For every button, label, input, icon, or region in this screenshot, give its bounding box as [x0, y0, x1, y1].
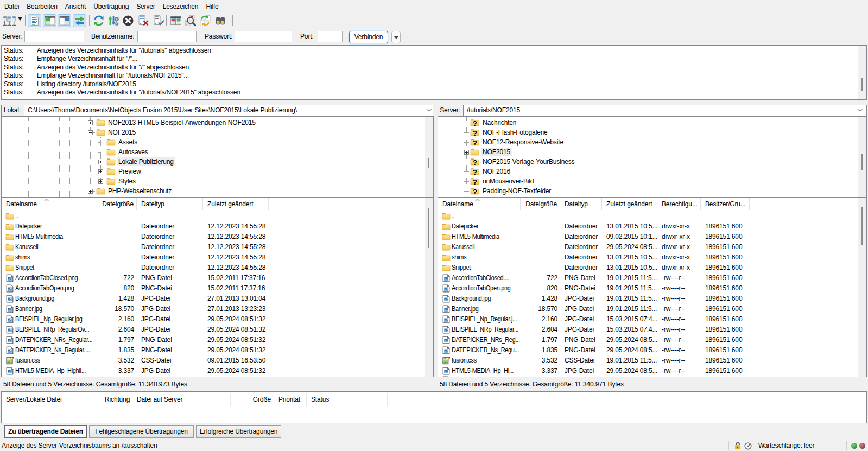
password-input[interactable]	[235, 31, 292, 42]
tree-item[interactable]: Autosaves	[2, 147, 433, 157]
tree-item[interactable]: PHP-Webseitenschutz	[2, 186, 433, 196]
tree-item[interactable]: onMouseover-Bild	[438, 176, 866, 186]
remote-directory-tree[interactable]: NachrichtenNOF-Flash-FotogalerieNOF12-Re…	[438, 116, 867, 198]
file-row[interactable]: ..	[2, 211, 433, 221]
log-scrollbar-thumb[interactable]	[861, 78, 863, 91]
tree-scrollbar[interactable]	[858, 117, 866, 197]
reconnect-button[interactable]	[151, 14, 164, 27]
menu-hilfe[interactable]: Hilfe	[202, 0, 222, 13]
tree-item[interactable]: NOF12-Responsive-Website	[438, 137, 866, 147]
process-queue-button[interactable]	[107, 14, 120, 27]
file-row[interactable]: KarussellDateiordner29.05.2024 08:5...dr…	[438, 242, 866, 252]
queue-column-local-file[interactable]: Server/Lokale Datei	[2, 393, 100, 406]
expand-plus-icon[interactable]	[464, 150, 469, 155]
tree-item-label[interactable]: Nachrichten	[481, 118, 518, 127]
file-row[interactable]: BEISPIEL_NRp_RegularOv...2.604JPG-Datei2…	[2, 325, 433, 335]
collapse-minus-icon[interactable]	[88, 130, 93, 135]
list-scrollbar-thumb[interactable]	[861, 207, 863, 245]
file-row[interactable]: DATEPICKER_NRs_Regular...1.797PNG-Datei2…	[2, 335, 433, 345]
file-row[interactable]: fusion.css3.532CSS-Datei19.01.2015 11:5.…	[438, 355, 866, 366]
port-input[interactable]	[318, 31, 343, 42]
tree-item[interactable]: NOF2013-HTML5-Beispiel-Anwendungen-NOF20…	[2, 118, 433, 128]
synchronized-browsing-button[interactable]	[199, 14, 212, 27]
file-row[interactable]: HTML5-MEDIA_Hp_Hi...3.337JPG-Datei29.05.…	[438, 366, 866, 376]
tree-item-label[interactable]: Assets	[117, 138, 139, 147]
menu-server[interactable]: Server	[132, 0, 159, 13]
file-row[interactable]: KarussellDateiordner12.12.2023 14:55:28	[2, 242, 433, 252]
queue-column-remote-file[interactable]: Datei auf Server	[132, 393, 231, 406]
tree-item[interactable]: NOF2015	[2, 128, 433, 137]
file-row[interactable]: AccordionTabClosed....722PNG-Datei19.01.…	[438, 273, 866, 283]
file-row[interactable]: Banner.jpg18.570JPG-Datei27.01.2013 13:2…	[2, 304, 433, 314]
list-scrollbar[interactable]	[425, 198, 433, 377]
expand-plus-icon[interactable]	[98, 160, 103, 164]
expand-plus-icon[interactable]	[88, 189, 93, 194]
tree-item-label[interactable]: Autosaves	[117, 148, 150, 156]
list-scrollbar[interactable]	[858, 198, 866, 377]
tree-scrollbar[interactable]	[425, 117, 433, 197]
column-header-type[interactable]: Dateityp	[137, 198, 203, 210]
tree-item[interactable]: Nachrichten	[438, 118, 866, 128]
file-row[interactable]: DATEPICKER_Ns_Regular....1.835PNG-Datei2…	[2, 345, 433, 355]
file-row[interactable]: Banner.jpg18.570JPG-Datei19.01.2015 11:5…	[438, 304, 866, 314]
queue-column-size[interactable]: Größe	[231, 393, 274, 406]
column-header-size[interactable]: Dateigröße	[521, 198, 560, 210]
column-header-owner[interactable]: Besitzer/Gru...	[701, 198, 750, 210]
file-row[interactable]: BEISPIEL_NRp_Regular...2.604JPG-Datei15.…	[438, 325, 866, 335]
tree-item-label[interactable]: NOF12-Responsive-Website	[481, 138, 565, 147]
queue-tab-3[interactable]: Erfolgreiche Übertragungen	[196, 425, 281, 438]
remote-file-list[interactable]: DateinameDateigrößeDateitypZuletzt geänd…	[438, 198, 867, 377]
file-row[interactable]: shimsDateiordner13.01.2015 10:5...drwxr-…	[438, 252, 866, 263]
column-header-date[interactable]: Zuletzt geändert	[602, 198, 657, 210]
directory-comparison-button[interactable]	[169, 14, 182, 27]
transfer-queue-toggle-button[interactable]	[73, 14, 86, 27]
file-row[interactable]: Background.jpg1.428JPG-Datei27.01.2013 1…	[2, 294, 433, 304]
local-directory-tree[interactable]: NOF2013-HTML5-Beispiel-Anwendungen-NOF20…	[1, 116, 434, 198]
tree-item[interactable]: NOF2015-Vorlage-YourBusiness	[438, 157, 866, 167]
file-row[interactable]: DATEPICKER_Ns_Regu...1.835PNG-Datei29.05…	[438, 345, 866, 355]
directory-filter-button[interactable]	[184, 14, 197, 27]
column-header-date[interactable]: Zuletzt geändert	[203, 198, 269, 210]
file-row[interactable]: BEISPIEL_Np_Regular.jpg2.160JPG-Datei29.…	[2, 314, 433, 325]
menu-datei[interactable]: Datei	[1, 0, 23, 13]
file-row[interactable]: DATEPICKER_NRs_Reg...1.797PNG-Datei29.05…	[438, 335, 866, 345]
find-files-button[interactable]	[214, 14, 227, 27]
tree-scrollbar-thumb[interactable]	[861, 154, 863, 170]
file-row[interactable]: shimsDateiordner12.12.2023 14:55:28	[2, 252, 433, 263]
file-row[interactable]: SnippetDateiordner12.12.2023 14:55:28	[2, 263, 433, 273]
column-header-name[interactable]: Dateiname	[438, 198, 521, 210]
tree-scrollbar-thumb[interactable]	[428, 158, 429, 168]
transfer-queue[interactable]: Server/Lokale DateiRichtungDatei auf Ser…	[1, 391, 867, 423]
expand-plus-icon[interactable]	[98, 169, 103, 174]
column-header-name[interactable]: Dateiname	[2, 198, 94, 210]
expand-plus-icon[interactable]	[88, 120, 93, 125]
queue-column-direction[interactable]: Richtung	[100, 393, 132, 406]
tree-item-label[interactable]: onMouseover-Bild	[481, 177, 535, 186]
tree-item-label[interactable]: NOF2013-HTML5-Beispiel-Anwendungen-NOF20…	[106, 118, 257, 127]
menu-lesezeichen[interactable]: Lesezeichen	[159, 0, 202, 13]
file-row[interactable]: HTML5-MEDIA_Hp_Highli...3.337JPG-Datei29…	[2, 366, 433, 376]
tree-item[interactable]: Assets	[2, 137, 433, 147]
tree-item-label[interactable]: Preview	[117, 167, 143, 176]
file-row[interactable]: AccordionTabOpen.png820PNG-Datei15.02.20…	[2, 283, 433, 294]
file-row[interactable]: AccordionTabOpen.png820PNG-Datei19.01.20…	[438, 283, 866, 294]
remote-tree-toggle-button[interactable]	[58, 14, 71, 27]
tree-item[interactable]: Lokale Publizierung	[2, 157, 433, 167]
lock-icon[interactable]	[734, 442, 742, 450]
file-row[interactable]: HTML5-MultimediaDateiordner12.12.2023 14…	[2, 232, 433, 242]
file-row[interactable]: ..	[438, 211, 866, 221]
tree-item[interactable]: NOF-Flash-Fotogalerie	[438, 128, 866, 137]
queue-tab-1[interactable]: Zu übertragende Dateien	[4, 425, 87, 438]
expand-plus-icon[interactable]	[98, 179, 103, 184]
disconnect-button[interactable]	[136, 14, 149, 27]
local-tree-toggle-button[interactable]	[43, 14, 56, 27]
file-row[interactable]: DatepickerDateiordner12.12.2023 14:55:28	[2, 221, 433, 232]
column-header-size[interactable]: Dateigröße	[94, 198, 137, 210]
tree-item-label[interactable]: Styles	[117, 177, 137, 186]
queue-column-priority[interactable]: Priorität	[274, 393, 307, 406]
file-row[interactable]: BEISPIEL_Np_Regular.j...2.160JPG-Datei15…	[438, 314, 866, 325]
menu-ansicht[interactable]: Ansicht	[61, 0, 90, 13]
column-header-type[interactable]: Dateityp	[560, 198, 602, 210]
tree-item[interactable]: Preview	[2, 167, 433, 176]
tree-item[interactable]: Styles	[2, 176, 433, 186]
